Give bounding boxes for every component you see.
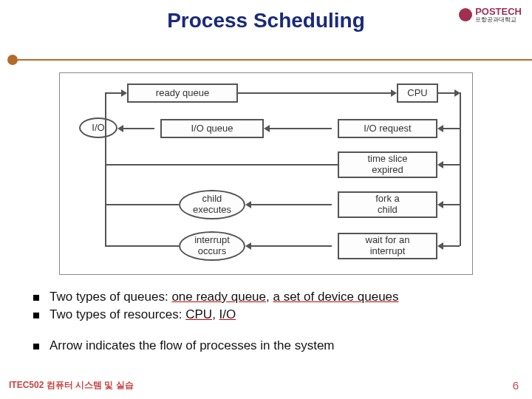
bullet-2-text-pre: Two types of resources: [50,307,185,321]
diagram-frame: ready queue CPU I/O I/O queue I/O reques… [59,72,473,275]
ellipse-interrupt-occurs: interrupt occurs [179,231,245,261]
bullet-1-underline-1: one ready queue [171,290,266,304]
ellipse-child-executes: child executes [179,190,245,219]
box-time-slice: time slice expired [338,151,437,178]
divider [0,55,532,65]
bullet-1-text-pre: Two types of queues: [50,290,171,304]
page-title: Process Scheduling [0,0,532,33]
bullet-2-text-mid: , [212,307,219,321]
bullet-3-text: Arrow indicates the flow of processes in… [50,338,335,353]
logo-subtext: 포항공과대학교 [475,16,522,24]
box-cpu: CPU [397,83,438,103]
box-io-request: I/O request [338,119,437,138]
bullet-list: Two types of queues: one ready queue, a … [33,290,510,353]
bullet-1-underline-2: a set of device queues [273,290,398,304]
bullet-dot-icon [7,55,18,65]
page-number: 6 [513,379,519,392]
ellipse-io: I/O [79,117,117,138]
bullet-item-1: Two types of queues: one ready queue, a … [33,290,510,304]
postech-logo: POSTECH 포항공과대학교 [459,6,522,24]
bullet-2-underline-1: CPU [185,307,212,321]
process-scheduling-diagram: ready queue CPU I/O I/O queue I/O reques… [64,78,468,270]
bullet-square-icon [33,295,39,301]
bullet-item-3: Arrow indicates the flow of processes in… [33,338,510,353]
box-wait-interrupt: wait for an interrupt [338,233,437,259]
logo-emblem-icon [459,8,472,21]
course-code: ITEC502 컴퓨터 시스템 및 실습 [9,379,134,392]
box-fork-child: fork a child [338,191,437,218]
bullet-2-underline-2: I/O [219,307,236,321]
bullet-square-icon [33,313,39,318]
bullet-item-2: Two types of resources: CPU, I/O [33,307,510,322]
box-ready-queue: ready queue [127,83,238,103]
box-io-queue: I/O queue [160,119,264,138]
bullet-square-icon [33,344,39,349]
